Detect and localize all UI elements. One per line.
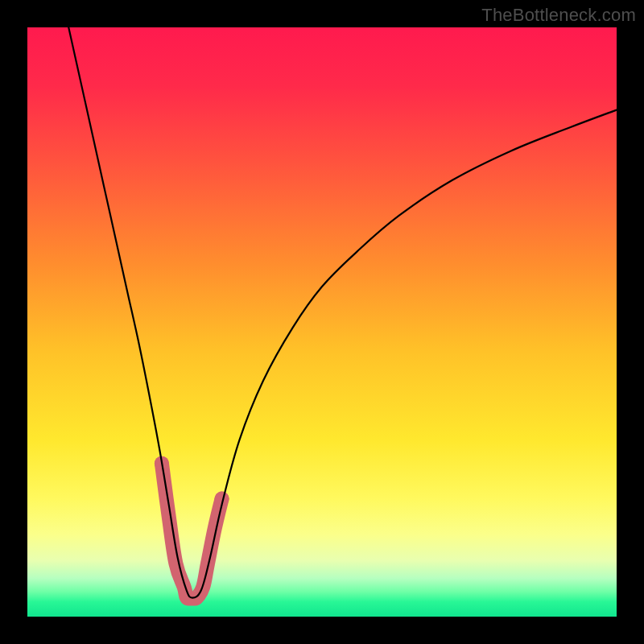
plot-area (27, 27, 617, 617)
curves-layer (27, 27, 617, 617)
bottom-marker (155, 456, 229, 599)
watermark-label: TheBottleneck.com (481, 5, 636, 26)
v-curve (68, 27, 617, 598)
chart-stage: TheBottleneck.com (0, 0, 644, 644)
